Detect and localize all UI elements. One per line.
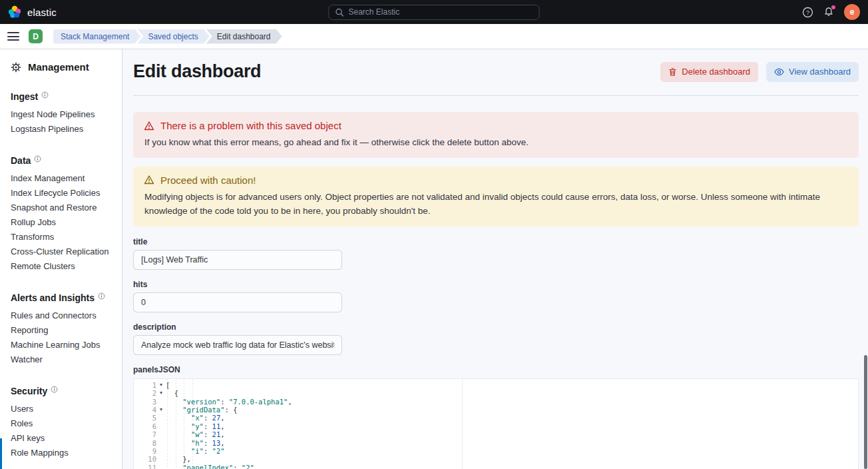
nav-section-label: Ingest: [11, 91, 38, 102]
search-input[interactable]: [349, 7, 533, 17]
json-editor[interactable]: 1▾[2▾ {3 "version": "7.0.0-alpha1",4▾ "g…: [133, 378, 859, 469]
line-number: 5: [134, 414, 156, 422]
warning-callout-title-row: Proceed with caution!: [144, 175, 848, 186]
sidebar-item-logstash-pipelines[interactable]: Logstash Pipelines: [11, 122, 111, 137]
global-search[interactable]: [329, 5, 540, 20]
breadcrumb-stack-management[interactable]: Stack Management: [53, 29, 140, 44]
code-line-6: 6 "y": 11,: [134, 422, 858, 430]
sidebar-item-rollup-jobs[interactable]: Rollup Jobs: [11, 215, 111, 230]
edit-form: titlehitsdescription: [133, 237, 859, 355]
code-text: "y": 11,: [166, 422, 225, 430]
field-input-hits[interactable]: [133, 292, 342, 312]
code-text: "x": 27,: [166, 414, 225, 422]
sidebar-item-rules-and-connectors[interactable]: Rules and Connectors: [11, 308, 111, 323]
fold-arrow-icon[interactable]: ▾: [156, 381, 166, 389]
code-text: "h": 13,: [166, 439, 225, 447]
line-number: 9: [134, 447, 156, 455]
warning-callout-title: Proceed with caution!: [160, 175, 256, 186]
notifications-icon[interactable]: [823, 7, 834, 17]
sidebar-item-machine-learning-jobs[interactable]: Machine Learning Jobs: [11, 338, 111, 352]
view-dashboard-button[interactable]: View dashboard: [766, 62, 859, 82]
field-input-description[interactable]: [133, 335, 342, 355]
svg-text:?: ?: [806, 9, 809, 15]
elastic-home-link[interactable]: elastic: [8, 5, 57, 19]
line-number: 7: [134, 430, 156, 438]
field-title: title: [133, 237, 859, 270]
nav-section-data: Data: [11, 155, 111, 166]
sidebar-item-cross-cluster-replication[interactable]: Cross-Cluster Replication: [11, 244, 111, 259]
sidebar-item-roles[interactable]: Roles: [11, 416, 111, 431]
page-header: Edit dashboard Delete dashboard View das…: [133, 61, 859, 82]
sidebar-item-watcher[interactable]: Watcher: [11, 352, 111, 367]
sidebar-nav: IngestIngest Node PipelinesLogstash Pipe…: [11, 91, 111, 460]
code-text: "gridData": {: [166, 406, 237, 414]
breadcrumb-edit-dashboard: Edit dashboard: [206, 29, 282, 44]
code-line-11: 11 "panelIndex": "2",: [134, 464, 858, 469]
line-number: 3: [134, 398, 156, 406]
error-callout: There is a problem with this saved objec…: [133, 112, 859, 158]
sidebar-item-reporting[interactable]: Reporting: [11, 323, 111, 338]
sidebar-item-index-management[interactable]: Index Management: [11, 171, 111, 186]
editor-label: panelsJSON: [133, 365, 859, 374]
menu-icon-bar: [7, 36, 19, 37]
code-text: "w": 21,: [166, 430, 225, 438]
sidebar-item-snapshot-and-restore[interactable]: Snapshot and Restore: [11, 201, 111, 215]
sidebar-item-api-keys[interactable]: API keys: [11, 431, 111, 446]
nav-section-ingest: Ingest: [11, 91, 111, 102]
info-icon: [34, 155, 41, 163]
top-header: elastic ? e: [0, 0, 868, 24]
info-icon: [98, 292, 105, 300]
sidebar-item-index-lifecycle-policies[interactable]: Index Lifecycle Policies: [11, 186, 111, 201]
gear-icon: [11, 62, 21, 73]
code-text: {: [166, 389, 178, 397]
sidebar-scrollbar-thumb[interactable]: [0, 438, 2, 469]
code-text: "i": "2": [166, 447, 225, 455]
search-icon: [335, 8, 344, 17]
line-number: 4: [134, 406, 156, 414]
field-description: description: [133, 322, 859, 355]
breadcrumbs: Stack ManagementSaved objectsEdit dashbo…: [53, 29, 282, 44]
sidebar-item-transforms[interactable]: Transforms: [11, 230, 111, 244]
warning-callout-body: Modifying objects is for advanced users …: [144, 191, 848, 219]
menu-icon-bar: [7, 32, 19, 33]
code-line-7: 7 "w": 21,: [134, 430, 858, 438]
sidebar-header: Management: [11, 61, 111, 73]
code-line-2: 2▾ {: [134, 389, 858, 397]
fold-arrow-icon[interactable]: ▾: [156, 406, 166, 414]
space-avatar[interactable]: D: [29, 29, 43, 43]
sidebar-item-ingest-node-pipelines[interactable]: Ingest Node Pipelines: [11, 107, 111, 122]
menu-icon-bar: [7, 39, 19, 41]
alert-icon: [144, 121, 154, 131]
nav-section-label: Data: [11, 155, 31, 166]
page-scrollbar-thumb[interactable]: [864, 355, 867, 469]
error-callout-title: There is a problem with this saved objec…: [160, 120, 341, 131]
line-number: 6: [134, 422, 156, 430]
user-avatar[interactable]: e: [844, 4, 860, 20]
editor-block: panelsJSON 1▾[2▾ {3 "version": "7.0.0-al…: [133, 365, 859, 469]
field-input-title[interactable]: [133, 250, 342, 270]
code-text: [: [166, 381, 170, 389]
trash-icon: [668, 67, 677, 77]
sidebar-item-users[interactable]: Users: [11, 402, 111, 416]
fold-arrow-icon[interactable]: ▾: [156, 389, 166, 397]
line-number: 1: [134, 381, 156, 389]
delete-dashboard-button[interactable]: Delete dashboard: [660, 62, 758, 82]
header-actions: ? e: [802, 4, 860, 20]
view-dashboard-label: View dashboard: [789, 67, 851, 77]
help-icon[interactable]: ?: [802, 7, 813, 18]
logo-text: elastic: [27, 7, 57, 18]
notification-dot: [831, 5, 835, 9]
nav-section-alerts-and-insights: Alerts and Insights: [11, 292, 111, 303]
delete-dashboard-label: Delete dashboard: [682, 67, 750, 77]
code-line-9: 9 "i": "2": [134, 447, 858, 455]
breadcrumb-saved-objects[interactable]: Saved objects: [137, 29, 209, 44]
line-number: 8: [134, 439, 156, 447]
page-actions: Delete dashboard View dashboard: [660, 62, 859, 82]
sidebar-item-remote-clusters[interactable]: Remote Clusters: [11, 259, 111, 274]
code-line-8: 8 "h": 13,: [134, 439, 858, 447]
code-text: },: [166, 455, 191, 463]
menu-icon[interactable]: [7, 32, 19, 41]
field-label-description: description: [133, 322, 859, 332]
sidebar-item-role-mappings[interactable]: Role Mappings: [11, 446, 111, 460]
field-hits: hits: [133, 280, 859, 312]
